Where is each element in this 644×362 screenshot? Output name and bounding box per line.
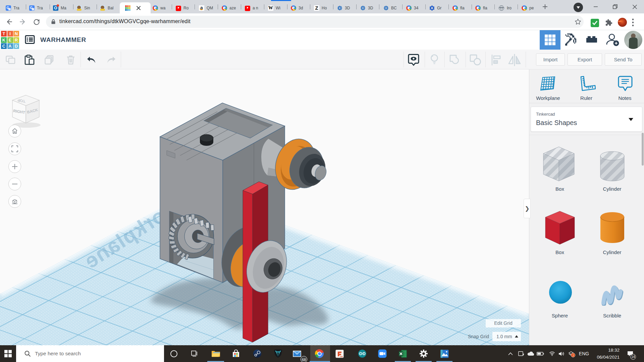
svg-text:360: 360 [340,355,343,357]
